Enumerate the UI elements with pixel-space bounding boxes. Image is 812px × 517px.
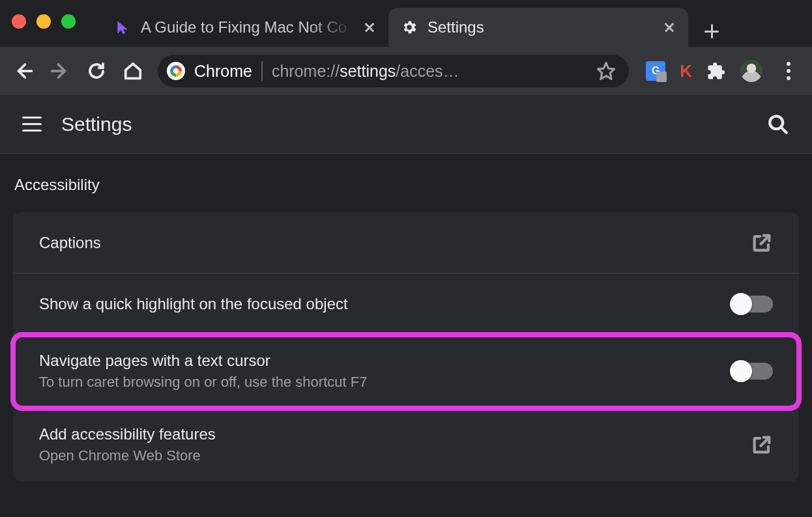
- settings-header: Settings: [0, 95, 812, 154]
- row-primary: Add accessibility features: [39, 425, 738, 443]
- row-primary: Captions: [39, 234, 738, 252]
- close-icon[interactable]: [662, 20, 676, 35]
- row-secondary: Open Chrome Web Store: [39, 447, 738, 464]
- toggle-switch[interactable]: [732, 296, 773, 313]
- tab-title: A Guide to Fixing Mac Not Co: [141, 18, 353, 36]
- chrome-icon: [167, 62, 185, 80]
- window-controls: [12, 14, 76, 29]
- captions-row[interactable]: Captions: [13, 212, 799, 273]
- gear-icon: [400, 18, 418, 36]
- cursor-icon: [113, 18, 132, 36]
- row-secondary: To turn caret browsing on or off, use th…: [39, 374, 719, 391]
- add-accessibility-row[interactable]: Add accessibility features Open Chrome W…: [13, 408, 799, 481]
- titlebar: A Guide to Fixing Mac Not Co Settings: [0, 0, 812, 47]
- omnibox-url: chrome://settings/acces…: [272, 62, 587, 81]
- toggle-switch[interactable]: [732, 363, 773, 380]
- tab-inactive[interactable]: A Guide to Fixing Mac Not Co: [102, 8, 388, 47]
- tab-strip: A Guide to Fixing Mac Not Co Settings: [102, 0, 812, 47]
- svg-line-4: [781, 127, 787, 133]
- profile-avatar[interactable]: [740, 60, 762, 82]
- tab-title: Settings: [428, 18, 653, 36]
- caret-browsing-row[interactable]: Navigate pages with a text cursor To tur…: [13, 335, 799, 408]
- forward-button[interactable]: [48, 59, 72, 83]
- window-close-button[interactable]: [12, 14, 26, 29]
- omnibox-chip-label: Chrome: [194, 62, 252, 81]
- open-external-icon: [751, 434, 773, 456]
- row-primary: Navigate pages with a text cursor: [39, 352, 719, 370]
- close-icon[interactable]: [362, 20, 377, 35]
- k-extension-icon[interactable]: K: [680, 61, 692, 81]
- window-minimize-button[interactable]: [36, 14, 51, 29]
- bookmark-star-icon[interactable]: [596, 61, 616, 81]
- page-title: Settings: [61, 113, 132, 135]
- kebab-icon: [787, 62, 790, 80]
- row-primary: Show a quick highlight on the focused ob…: [39, 295, 719, 313]
- settings-content: Accessibility Captions Show a quick high…: [0, 154, 812, 481]
- home-button[interactable]: [121, 59, 145, 83]
- menu-icon[interactable]: [22, 117, 42, 132]
- reload-button[interactable]: [85, 59, 108, 83]
- google-translate-icon[interactable]: G: [646, 61, 665, 81]
- quick-highlight-row[interactable]: Show a quick highlight on the focused ob…: [13, 273, 799, 335]
- back-button[interactable]: [12, 59, 35, 83]
- tab-active[interactable]: Settings: [388, 8, 688, 47]
- open-external-icon: [751, 232, 773, 254]
- accessibility-panel: Captions Show a quick highlight on the f…: [13, 212, 799, 481]
- extension-icons: G K: [646, 59, 800, 83]
- browser-toolbar: Chrome chrome://settings/acces… G K: [0, 47, 812, 95]
- browser-menu-button[interactable]: [777, 59, 800, 83]
- section-title: Accessibility: [14, 176, 799, 194]
- divider: [261, 61, 263, 81]
- extensions-icon[interactable]: [706, 61, 726, 81]
- address-bar[interactable]: Chrome chrome://settings/acces…: [158, 55, 629, 87]
- svg-marker-2: [598, 63, 615, 79]
- new-tab-button[interactable]: [696, 16, 727, 47]
- search-button[interactable]: [766, 113, 790, 136]
- window-maximize-button[interactable]: [61, 14, 76, 29]
